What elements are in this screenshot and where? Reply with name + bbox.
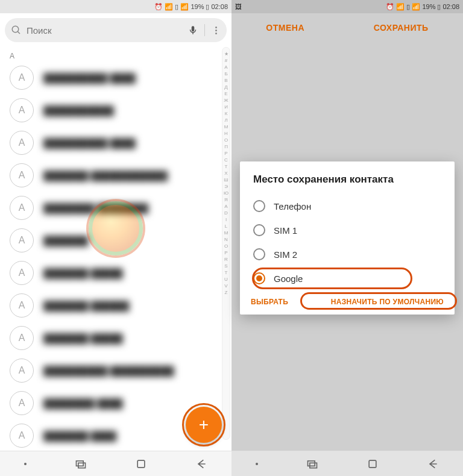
storage-options: ТелефонSIM 1SIM 2Google (240, 194, 455, 290)
alpha-index-letter[interactable]: П (224, 144, 228, 149)
select-button[interactable]: ВЫБРАТЬ (251, 298, 288, 306)
storage-option-телефон[interactable]: Телефон (246, 194, 449, 218)
alpha-index-letter[interactable]: А (224, 64, 227, 70)
storage-option-sim-1[interactable]: SIM 1 (246, 218, 449, 242)
alpha-index-letter[interactable]: М (224, 124, 228, 130)
alpha-index-letter[interactable]: Э (224, 184, 228, 189)
contact-row[interactable]: А████████ ████████ (0, 192, 232, 224)
alpha-index-letter[interactable]: L (225, 224, 227, 229)
avatar: А (10, 359, 34, 383)
contact-row[interactable]: А███████████ (0, 94, 232, 127)
alpha-index-letter[interactable]: Л (224, 117, 227, 123)
alpha-index-letter[interactable]: ★ (224, 51, 228, 57)
contact-row[interactable]: А███████ ████████████ (0, 159, 232, 192)
back-button[interactable] (427, 458, 439, 470)
alpha-index-letter[interactable]: Я (224, 197, 228, 202)
contact-name: ██████████ ████ (43, 138, 136, 148)
avatar: А (10, 196, 34, 220)
contact-name: ██████████ ██████████ (43, 366, 174, 376)
svg-rect-5 (137, 460, 145, 468)
contact-name: ███████████ (43, 105, 114, 116)
contact-name: ███████ ██████ (43, 301, 129, 311)
back-button[interactable] (195, 458, 207, 470)
alpha-index-letter[interactable]: T (225, 270, 228, 275)
home-button[interactable] (367, 458, 379, 470)
recents-button[interactable] (306, 458, 318, 470)
dialog-overlay: Место сохранения контакта ТелефонSIM 1SI… (232, 0, 463, 476)
nav-bar (232, 451, 463, 476)
alpha-index-letter[interactable]: С (224, 157, 228, 163)
contact-name: ███████ █████ (43, 333, 123, 343)
radio-label: Google (274, 274, 303, 284)
alpha-index-letter[interactable]: Ж (224, 98, 228, 103)
avatar: А (10, 163, 34, 187)
dialog-actions: ВЫБРАТЬ НАЗНАЧИТЬ ПО УМОЛЧАНИЮ (240, 290, 455, 306)
battery-icon: ▯ (206, 3, 209, 11)
alpha-index-strip[interactable]: ★#АБВДЕЖИКЛМНОПРСТХШЭЮЯADILMNOPRSTUVZ (222, 47, 230, 440)
avatar: А (10, 228, 34, 252)
alpha-index-letter[interactable]: Ю (224, 190, 228, 196)
alpha-index-letter[interactable]: I (225, 217, 227, 222)
storage-option-google[interactable]: Google (246, 266, 449, 290)
add-contact-fab[interactable]: + (186, 407, 222, 443)
alpha-index-letter[interactable]: Х (224, 171, 227, 176)
contact-row[interactable]: А██████████ ██████████ (0, 354, 232, 387)
battery-pct: 19% (191, 3, 204, 10)
alpha-index-letter[interactable]: Е (224, 91, 227, 96)
avatar: А (10, 66, 34, 90)
alpha-index-letter[interactable]: # (225, 58, 227, 63)
status-time: 02:08 (211, 3, 228, 10)
contact-name: ████████ ████ (43, 398, 123, 409)
plus-icon: + (199, 416, 209, 433)
contact-row[interactable]: А██████████ ████ (0, 61, 232, 94)
more-icon[interactable] (211, 25, 221, 35)
alpha-index-letter[interactable]: V (224, 283, 227, 289)
storage-option-sim-2[interactable]: SIM 2 (246, 242, 449, 266)
mic-icon[interactable] (187, 25, 198, 36)
search-input[interactable] (27, 25, 187, 36)
alpha-index-letter[interactable]: D (224, 210, 228, 216)
contact-name: ███████ ████ (43, 431, 116, 441)
home-button[interactable] (135, 458, 147, 470)
nav-dot (24, 463, 27, 465)
alpha-index-letter[interactable]: Z (225, 290, 228, 295)
alpha-index-letter[interactable]: U (224, 277, 228, 282)
alpha-index-letter[interactable]: Б (224, 71, 227, 77)
alpha-index-letter[interactable]: O (224, 243, 228, 249)
radio-icon (253, 224, 265, 236)
signal-icon: 📶 (180, 3, 189, 11)
contact-row[interactable]: А██████████ ████ (0, 127, 232, 159)
alpha-index-letter[interactable]: N (224, 237, 228, 242)
set-default-button[interactable]: НАЗНАЧИТЬ ПО УМОЛЧАНИЮ (331, 298, 444, 306)
alpha-index-letter[interactable]: S (224, 263, 227, 269)
avatar: А (10, 98, 34, 122)
contacts-screen: ⏰ 📶 ▯ 📶 19% ▯ 02:08 А А██████████ ████А█… (0, 0, 232, 476)
wifi-icon: 📶 (165, 3, 173, 11)
contact-row[interactable]: А███████ ██████ (0, 289, 232, 322)
contact-row[interactable]: А███████ █████ (0, 322, 232, 354)
search-bar[interactable] (5, 18, 227, 42)
alpha-index-letter[interactable]: M (224, 230, 228, 236)
alpha-index-letter[interactable]: Н (224, 131, 228, 136)
dialog-title: Место сохранения контакта (240, 174, 455, 194)
alpha-index-letter[interactable]: P (224, 250, 227, 255)
alpha-index-letter[interactable]: О (224, 137, 228, 143)
alpha-index-letter[interactable]: Д (224, 84, 227, 90)
alpha-index-letter[interactable]: Ш (224, 177, 228, 183)
alpha-index-letter[interactable]: И (224, 104, 228, 110)
alpha-index-letter[interactable]: К (225, 111, 228, 116)
section-header: А (0, 47, 232, 61)
alpha-index-letter[interactable]: Т (225, 164, 228, 169)
avatar: А (10, 326, 34, 350)
radio-icon (253, 248, 265, 260)
alpha-index-letter[interactable]: A (224, 204, 227, 209)
alpha-index-letter[interactable]: В (224, 78, 227, 83)
recents-button[interactable] (75, 458, 87, 470)
contact-row[interactable]: А███████ (0, 224, 232, 257)
contact-name: ███████ ████████████ (43, 171, 168, 181)
radio-label: SIM 2 (274, 249, 297, 260)
alpha-index-letter[interactable]: R (224, 257, 228, 262)
storage-dialog: Место сохранения контакта ТелефонSIM 1SI… (240, 161, 455, 315)
alpha-index-letter[interactable]: Р (224, 151, 227, 156)
contact-row[interactable]: А███████ █████ (0, 257, 232, 289)
